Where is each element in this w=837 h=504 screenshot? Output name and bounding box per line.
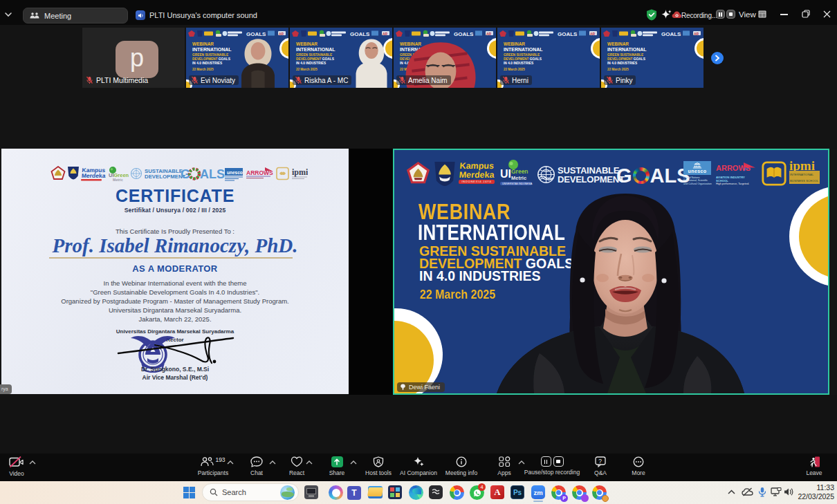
svg-text:unesco: unesco (227, 170, 243, 175)
svg-text:?: ? (598, 458, 602, 465)
svg-text:ALS: ALS (200, 167, 225, 181)
svg-text:ipmi: ipmi (292, 167, 308, 177)
svg-text:Metric: Metric (113, 178, 123, 182)
svg-text:DEVELOPMENT: DEVELOPMENT (145, 174, 186, 180)
svg-text:Merdeka: Merdeka (82, 173, 106, 180)
